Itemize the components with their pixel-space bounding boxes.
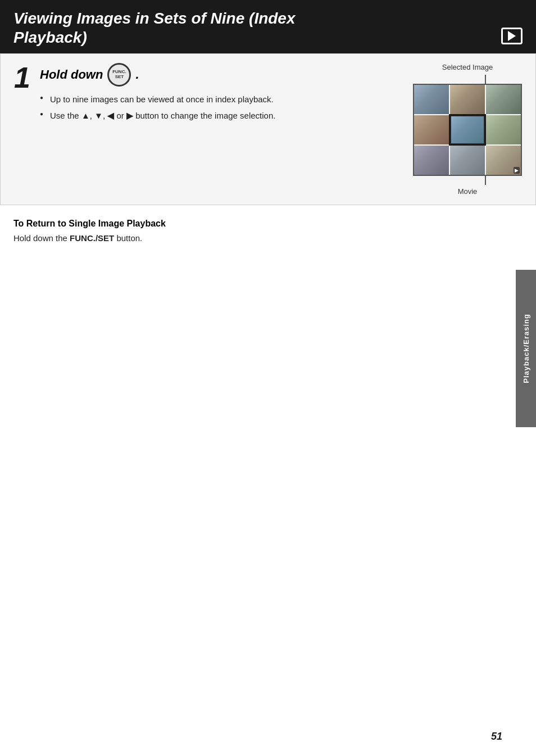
step-number: 1 (1, 54, 40, 205)
movie-label: Movie (458, 187, 478, 196)
grid-cell-8-movie (486, 146, 521, 175)
return-text: Hold down the FUNC./SET button. (13, 232, 523, 244)
step-title: Hold down FUNC. SET . (40, 63, 393, 87)
bullet-item: Use the ▲, ▼, ◀ or ▶ button to change th… (40, 110, 393, 121)
grid-cell-6 (414, 146, 449, 175)
image-grid (413, 84, 522, 176)
grid-cell-2 (486, 85, 521, 114)
header-bar: Viewing Images in Sets of Nine (Index Pl… (0, 0, 536, 53)
grid-cell-5 (486, 115, 521, 144)
grid-cell-0 (414, 85, 449, 114)
page-title: Viewing Images in Sets of Nine (Index Pl… (13, 9, 296, 47)
bottom-section: To Return to Single Image Playback Hold … (0, 205, 536, 253)
selected-image-label: Selected Image (442, 63, 493, 71)
step-1-section: 1 Hold down FUNC. SET . Up to nine image… (0, 53, 536, 205)
side-tab-label: Playback/Erasing (522, 314, 530, 383)
play-triangle-icon (508, 31, 516, 41)
side-tab: Playback/Erasing (516, 270, 536, 427)
step-bullets: Up to nine images can be viewed at once … (40, 93, 393, 121)
grid-cell-4-selected (450, 115, 485, 144)
func-set-button-icon: FUNC. SET (107, 63, 131, 87)
step-content: Hold down FUNC. SET . Up to nine images … (40, 54, 404, 205)
func-btn-label: FUNC. SET (112, 70, 126, 80)
playback-mode-icon (501, 28, 523, 44)
grid-cell-3 (414, 115, 449, 144)
step-visual: Selected Image Movie (404, 54, 535, 205)
bullet-item: Up to nine images can be viewed at once … (40, 93, 393, 105)
page-number: 51 (491, 731, 502, 743)
grid-cell-1 (450, 85, 485, 114)
grid-cell-7 (450, 146, 485, 175)
func-set-text: FUNC./SET (70, 233, 114, 243)
return-title: To Return to Single Image Playback (13, 219, 523, 229)
